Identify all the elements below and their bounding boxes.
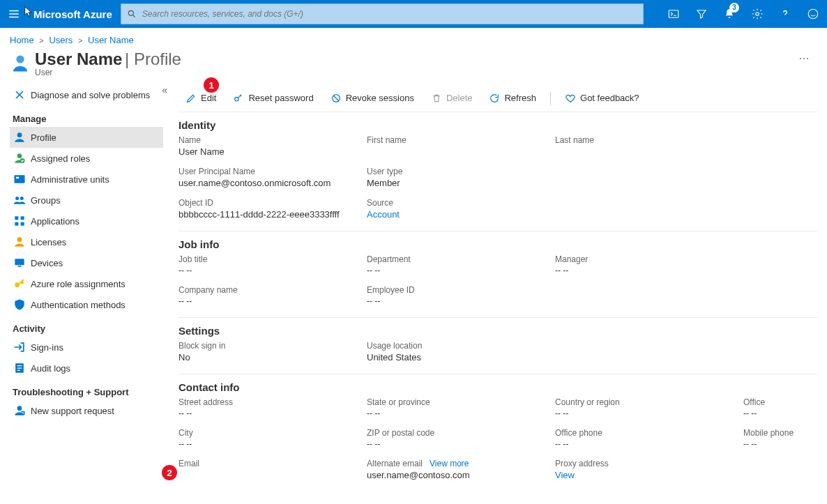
delete-button[interactable]: Delete	[424, 87, 480, 109]
field-value: -- --	[179, 439, 367, 449]
revoke-sessions-button[interactable]: Revoke sessions	[324, 87, 421, 109]
directory-filter-button[interactable]	[688, 0, 715, 28]
settings-button[interactable]	[743, 0, 771, 28]
breadcrumb-current[interactable]: User Name	[88, 35, 134, 45]
search-icon	[127, 9, 137, 19]
field-label: Job title	[179, 254, 367, 264]
field-value: -- --	[367, 296, 555, 306]
sidebar-item-label: Audit logs	[31, 363, 70, 374]
field-label: Usage location	[367, 341, 555, 351]
sidebar-item-groups[interactable]: Groups	[10, 190, 163, 211]
field-label: Office phone	[555, 428, 743, 438]
sidebar-item-devices[interactable]: Devices	[10, 252, 163, 273]
cloud-shell-icon	[667, 8, 680, 20]
chevron-right-icon: >	[36, 36, 46, 45]
refresh-button[interactable]: Refresh	[482, 87, 543, 109]
toolbar-label: Revoke sessions	[346, 93, 414, 103]
global-search[interactable]	[121, 3, 644, 24]
sidebar-item-admin-units[interactable]: Administrative units	[10, 169, 163, 190]
collapse-sidebar-button[interactable]: «	[162, 84, 167, 96]
more-actions-button[interactable]: …	[798, 49, 817, 62]
sidebar-item-support[interactable]: New support request	[10, 400, 163, 421]
sidebar-item-label: Licenses	[31, 237, 66, 247]
annotation-callout-1: 1	[204, 77, 219, 93]
field-value: -- --	[555, 408, 743, 418]
groups-icon	[13, 193, 26, 207]
field-value: -- --	[743, 439, 817, 449]
field-value: -- --	[179, 266, 367, 275]
view-more-link[interactable]: View more	[430, 459, 469, 468]
breadcrumb-users[interactable]: Users	[49, 35, 73, 45]
field-value: Member	[367, 178, 555, 188]
toolbar-label: Reset password	[248, 93, 313, 103]
main-content: Edit Reset password Revoke sessions Dele…	[172, 84, 827, 502]
search-input[interactable]	[142, 9, 637, 19]
breadcrumb-home[interactable]: Home	[10, 35, 34, 45]
sidebar-item-label: New support request	[31, 406, 114, 416]
field-label: City	[179, 428, 367, 438]
key-icon	[233, 93, 244, 104]
apps-icon	[13, 214, 26, 228]
field-label: ZIP or postal code	[367, 428, 555, 438]
sidebar-item-label: Azure role assignments	[31, 279, 126, 289]
field-label: First name	[367, 135, 555, 145]
view-link[interactable]: View	[555, 470, 743, 480]
key-icon	[13, 277, 26, 291]
field-label: Object ID	[179, 198, 367, 208]
sidebar-item-azure-roles[interactable]: Azure role assignments	[10, 273, 163, 294]
feedback-button[interactable]	[799, 0, 827, 28]
svg-point-22	[235, 97, 238, 100]
field-label: Block sign in	[179, 341, 367, 351]
svg-point-10	[15, 197, 19, 200]
sidebar-item-label: Assigned roles	[31, 153, 90, 164]
reset-password-button[interactable]: Reset password	[226, 87, 320, 109]
field-label: Country or region	[555, 397, 743, 407]
signin-icon	[13, 340, 26, 354]
sidebar-item-auth-methods[interactable]: Authentication methods	[10, 294, 163, 315]
field-label: State or province	[367, 397, 555, 407]
sidebar-item-signins[interactable]: Sign-ins	[10, 337, 163, 358]
svg-point-4	[16, 55, 24, 63]
sidebar-section-manage: Manage	[13, 114, 163, 124]
section-settings: Settings	[179, 318, 817, 341]
field-label: Last name	[555, 135, 743, 145]
sidebar-item-assigned-roles[interactable]: Assigned roles	[10, 148, 163, 169]
heart-icon	[565, 93, 576, 104]
hamburger-menu-button[interactable]	[0, 8, 28, 20]
page-subtitle: User	[35, 68, 181, 77]
section-contact: Contact info	[179, 374, 817, 397]
sidebar-item-audit[interactable]: Audit logs	[10, 358, 163, 379]
sidebar-item-licenses[interactable]: Licenses	[10, 231, 163, 252]
field-label: Manager	[555, 254, 743, 264]
shield-icon	[13, 298, 26, 312]
got-feedback-button[interactable]: Got feedback?	[558, 87, 646, 109]
field-value: User Name	[179, 146, 367, 157]
sidebar-item-profile[interactable]: Profile	[10, 127, 163, 148]
sidebar-section-activity: Activity	[13, 323, 163, 334]
sidebar-item-label: Profile	[31, 132, 56, 143]
roles-icon	[13, 151, 26, 165]
diagnose-icon	[13, 88, 26, 102]
svg-rect-14	[15, 222, 18, 226]
field-value-link[interactable]: Account	[367, 209, 555, 220]
sidebar: « Diagnose and solve problems Manage Pro…	[0, 84, 172, 502]
block-icon	[331, 93, 342, 104]
sidebar-item-diagnose[interactable]: Diagnose and solve problems	[10, 84, 163, 105]
sidebar-item-applications[interactable]: Applications	[10, 211, 163, 231]
sidebar-item-label: Administrative units	[31, 174, 109, 185]
brand-label[interactable]: Microsoft Azure	[28, 8, 121, 20]
sidebar-item-label: Sign-ins	[31, 342, 63, 353]
gear-icon	[751, 8, 764, 20]
annotation-callout-2: 2	[162, 465, 177, 480]
smile-icon	[807, 8, 819, 20]
notifications-button[interactable]: 3	[715, 0, 743, 28]
help-button[interactable]	[771, 0, 799, 28]
sidebar-item-label: Devices	[31, 258, 63, 268]
sidebar-section-trouble: Troubleshooting + Support	[13, 387, 163, 397]
field-label: Department	[367, 254, 555, 264]
cloud-shell-button[interactable]	[660, 0, 688, 28]
field-value: user.name@contoso.onmicrosoft.com	[179, 178, 367, 188]
svg-point-6	[17, 153, 22, 158]
svg-rect-13	[21, 216, 24, 220]
page-title: User Name	[35, 49, 122, 68]
